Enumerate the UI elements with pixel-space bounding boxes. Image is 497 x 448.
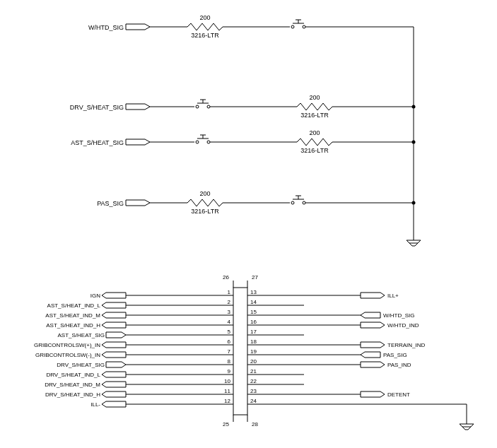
pin-label: W/HTD_IND [387, 322, 419, 329]
pin-number: 18 [250, 338, 257, 345]
pin-number: 5 [228, 329, 231, 335]
tag-shape-icon [102, 382, 126, 387]
pin-label: ILL+ [387, 293, 399, 299]
tag-shape-icon [102, 342, 126, 348]
pin-label: GRIBCONTROLSW(-)_IN [35, 352, 100, 358]
signal-label: W/HTD_SIG [88, 24, 124, 31]
svg-line-7 [415, 243, 418, 246]
signal-label: DRV_S/HEAT_SIG [70, 104, 124, 111]
pin-label: PAS_SIG [383, 352, 407, 358]
tag-shape-icon [126, 200, 150, 206]
tag-shape-icon [361, 293, 385, 298]
tag-shape-icon [126, 104, 150, 110]
pin-number: 7 [228, 348, 231, 355]
pin-label: DRV_S/HEAT_IND_H [45, 391, 100, 398]
row-pas-sig: PAS_SIG 200 3216-LTR [97, 190, 415, 215]
svg-line-73 [460, 424, 462, 427]
tag-shape-icon [106, 362, 126, 367]
tag-shape-icon [361, 352, 380, 358]
pin-label: AST_S/HEAT_SIG [57, 332, 105, 338]
pin-label: AST_S/HEAT_IND_M [45, 312, 100, 319]
tag-shape-icon [102, 312, 126, 318]
pin-label: DRV_S/HEAT_IND_M [45, 382, 100, 388]
pin-label: IGN [90, 293, 100, 299]
pin-number: 9 [228, 368, 231, 375]
tag-shape-icon [102, 401, 126, 407]
svg-rect-40 [233, 288, 247, 415]
pin-number: 16 [250, 319, 257, 325]
pin-number: 20 [250, 358, 257, 365]
resistor-icon [297, 103, 332, 110]
resistor-icon [187, 23, 223, 30]
resistor-icon [297, 138, 332, 146]
resistor-footprint: 3216-LTR [300, 112, 329, 119]
pin-number: 1 [228, 289, 231, 295]
svg-line-4 [407, 240, 409, 243]
pin-number: 14 [250, 299, 257, 305]
tag-shape-icon [361, 342, 385, 348]
pin-number: 3 [228, 309, 231, 315]
junction-node-icon [412, 141, 416, 144]
pin-label: W/HTD_SIG [383, 312, 414, 319]
pin-number: 13 [250, 289, 257, 295]
pin-number: 28 [252, 421, 258, 428]
tag-shape-icon [361, 362, 385, 367]
pin-number: 10 [224, 378, 230, 384]
switch-icon [291, 196, 305, 204]
pin-label: PAS_IND [387, 362, 411, 368]
pin-label: AST_S/HEAT_IND_L [47, 302, 101, 309]
pin-number: 11 [224, 388, 230, 394]
svg-line-76 [468, 427, 471, 430]
tag-shape-icon [126, 139, 150, 145]
tag-shape-icon [126, 24, 150, 30]
pin-number: 27 [252, 274, 258, 281]
switch-icon [291, 20, 305, 28]
svg-line-5 [409, 243, 412, 246]
pin-number: 24 [250, 398, 257, 404]
svg-point-18 [207, 105, 210, 108]
pin-number: 8 [228, 358, 231, 365]
pin-number: 19 [250, 348, 257, 355]
resistor-value: 200 [199, 14, 210, 21]
tag-shape-icon [102, 372, 126, 377]
resistor-footprint: 3216-LTR [191, 32, 219, 39]
pin-number: 6 [228, 338, 231, 345]
svg-line-75 [471, 424, 474, 427]
pin-label: ILL- [90, 401, 100, 408]
pin-label: GRIBCONTROLSW(+)_IN [34, 342, 100, 348]
connector-left-pins: 1 IGN 2 AST_S/HEAT_IND_L 3 AST_S/HEAT_IN… [34, 289, 233, 408]
tag-shape-icon [102, 352, 126, 358]
ground-symbol-top [407, 233, 421, 246]
tag-shape-icon [102, 391, 126, 397]
junction-node-icon [412, 105, 416, 109]
row-ast-sheat-sig: AST_S/HEAT_SIG 200 3216-LTR [71, 129, 415, 154]
pin-number: 25 [223, 421, 229, 428]
resistor-footprint: 3216-LTR [300, 147, 329, 154]
tag-shape-icon [361, 391, 385, 397]
pin-label: AST_S/HEAT_IND_H [46, 322, 100, 329]
switch-icon [196, 135, 210, 143]
tag-shape-icon [106, 332, 126, 338]
row-whtd-sig: W/HTD_SIG 200 3216-LTR [88, 14, 414, 39]
pin-label: DETENT [387, 391, 410, 398]
svg-point-34 [291, 201, 294, 204]
pin-label: DRV_S/HEAT_IND_L [46, 372, 100, 378]
signal-label: AST_S/HEAT_SIG [71, 139, 124, 146]
pin-number: 15 [250, 309, 257, 315]
pin-number: 21 [250, 368, 257, 375]
pin-number: 26 [223, 274, 229, 281]
svg-line-74 [462, 427, 465, 430]
svg-point-35 [303, 201, 305, 204]
resistor-footprint: 3216-LTR [191, 208, 219, 215]
tag-shape-icon [102, 302, 126, 308]
svg-point-25 [196, 141, 199, 143]
signal-label: PAS_SIG [97, 200, 124, 207]
svg-point-10 [291, 25, 294, 28]
svg-point-17 [196, 105, 199, 108]
tag-shape-icon [102, 293, 126, 298]
pin-label: DRV_S/HEAT_SIG [57, 362, 105, 368]
svg-point-26 [207, 141, 210, 143]
connector-right-pins: 13 ILL+ 14 15 W/HTD_SIG 16 W/HTD_IND 17 … [247, 289, 474, 430]
ground-symbol-bottom [460, 424, 474, 430]
pin-number: 4 [228, 319, 231, 325]
